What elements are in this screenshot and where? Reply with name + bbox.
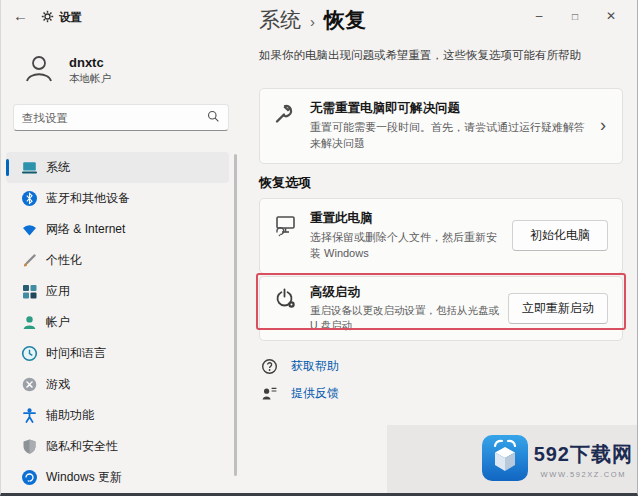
search-icon bbox=[207, 109, 220, 127]
sidebar-item-accounts[interactable]: 帐户 bbox=[6, 307, 229, 338]
reset-pc-icon bbox=[274, 213, 298, 237]
reset-pc-title: 重置此电脑 bbox=[310, 210, 504, 227]
sidebar-item-label: 游戏 bbox=[46, 376, 70, 393]
advanced-startup-card: 高级启动 重启设备以更改启动设置，包括从光盘或 U 盘启动 立即重新启动 bbox=[259, 276, 623, 341]
reset-pc-card: 重置此电脑 选择保留或删除个人文件，然后重新安装 Windows 初始化电脑 bbox=[259, 198, 623, 274]
reset-pc-description: 选择保留或删除个人文件，然后重新安装 Windows bbox=[310, 230, 504, 262]
privacy-icon bbox=[21, 438, 38, 455]
sidebar-item-personalization[interactable]: 个性化 bbox=[6, 245, 229, 276]
sidebar-item-privacy[interactable]: 隐私和安全性 bbox=[6, 431, 229, 462]
watermark: 592下载网 WWW.592XZ.COM bbox=[482, 435, 633, 485]
watermark-site-url: WWW.592XZ.COM bbox=[541, 470, 626, 479]
sidebar-item-label: 蓝牙和其他设备 bbox=[46, 190, 130, 207]
feedback-icon bbox=[261, 385, 278, 402]
sidebar-item-accessibility[interactable]: 辅助功能 bbox=[6, 400, 229, 431]
main-content: 系统 › 恢复 如果你的电脑出现问题或希望重置，这些恢复选项可能有所帮助 无需重… bbox=[259, 0, 625, 493]
troubleshoot-card[interactable]: 无需重置电脑即可解决问题 重置可能需要一段时间。首先，请尝试通过运行疑难解答来解… bbox=[259, 88, 623, 164]
advanced-startup-description: 重启设备以更改启动设置，包括从光盘或 U 盘启动 bbox=[310, 303, 500, 333]
search-input[interactable] bbox=[22, 112, 207, 124]
accounts-icon bbox=[21, 314, 38, 331]
sidebar-item-label: 系统 bbox=[46, 159, 70, 176]
reset-pc-button[interactable]: 初始化电脑 bbox=[512, 220, 608, 251]
windows-update-icon bbox=[21, 469, 38, 486]
bluetooth-icon bbox=[21, 190, 38, 207]
sidebar-item-label: 隐私和安全性 bbox=[46, 438, 118, 455]
sidebar-item-apps[interactable]: 应用 bbox=[6, 276, 229, 307]
breadcrumb-root[interactable]: 系统 bbox=[259, 6, 301, 34]
network-icon bbox=[21, 221, 38, 238]
restart-now-button[interactable]: 立即重新启动 bbox=[508, 293, 608, 324]
apps-icon bbox=[21, 283, 38, 300]
sidebar-item-label: 应用 bbox=[46, 283, 70, 300]
chevron-right-icon: › bbox=[600, 115, 608, 136]
get-help-label: 获取帮助 bbox=[291, 358, 339, 375]
breadcrumb: 系统 › 恢复 bbox=[259, 6, 366, 34]
accessibility-icon bbox=[21, 407, 38, 424]
sidebar-item-windows-update[interactable]: Windows 更新 bbox=[6, 462, 229, 493]
time-language-icon bbox=[21, 345, 38, 362]
advanced-startup-title: 高级启动 bbox=[310, 284, 500, 301]
sidebar-item-label: 辅助功能 bbox=[46, 407, 94, 424]
page-title: 恢复 bbox=[324, 6, 366, 34]
sidebar-item-gaming[interactable]: 游戏 bbox=[6, 369, 229, 400]
help-icon bbox=[261, 358, 278, 375]
app-title: 设置 bbox=[41, 10, 82, 25]
user-profile[interactable]: dnxtc 本地帐户 bbox=[21, 50, 111, 90]
section-header-recovery-options: 恢复选项 bbox=[259, 174, 311, 192]
troubleshoot-title: 无需重置电脑即可解决问题 bbox=[310, 100, 592, 117]
sidebar-item-network[interactable]: 网络 & Internet bbox=[6, 214, 229, 245]
app-title-label: 设置 bbox=[59, 10, 82, 25]
page-description: 如果你的电脑出现问题或希望重置，这些恢复选项可能有所帮助 bbox=[259, 48, 581, 63]
watermark-cube-logo-icon bbox=[482, 435, 528, 485]
give-feedback-link[interactable]: 提供反馈 bbox=[261, 385, 339, 402]
selected-indicator bbox=[6, 159, 9, 176]
system-icon bbox=[21, 159, 38, 176]
sidebar-scrollbar[interactable] bbox=[234, 154, 237, 476]
personalization-icon bbox=[21, 252, 38, 269]
user-account-type: 本地帐户 bbox=[69, 72, 111, 86]
give-feedback-label: 提供反馈 bbox=[291, 385, 339, 402]
breadcrumb-separator-icon: › bbox=[310, 13, 315, 30]
back-button[interactable]: ← bbox=[13, 7, 28, 24]
advanced-startup-icon bbox=[274, 287, 298, 311]
user-name: dnxtc bbox=[69, 55, 111, 70]
sidebar-nav: 系统 蓝牙和其他设备 网络 & Internet 个性化 bbox=[1, 152, 234, 493]
sidebar-item-system[interactable]: 系统 bbox=[6, 152, 229, 183]
avatar bbox=[21, 50, 57, 90]
gear-icon bbox=[41, 10, 54, 25]
sidebar-item-label: Windows 更新 bbox=[46, 469, 122, 486]
troubleshoot-description: 重置可能需要一段时间。首先，请尝试通过运行疑难解答来解决问题 bbox=[310, 120, 592, 152]
sidebar-item-bluetooth[interactable]: 蓝牙和其他设备 bbox=[6, 183, 229, 214]
search-box bbox=[13, 104, 229, 131]
sidebar: dnxtc 本地帐户 系统 蓝牙和其他设备 bbox=[1, 36, 241, 493]
gaming-icon bbox=[21, 376, 38, 393]
watermark-site-name: 592下载网 bbox=[534, 441, 633, 468]
sidebar-item-label: 网络 & Internet bbox=[46, 221, 125, 238]
get-help-link[interactable]: 获取帮助 bbox=[261, 358, 339, 375]
sidebar-item-label: 帐户 bbox=[46, 314, 70, 331]
sidebar-item-label: 个性化 bbox=[46, 252, 82, 269]
sidebar-item-time-language[interactable]: 时间和语言 bbox=[6, 338, 229, 369]
sidebar-item-label: 时间和语言 bbox=[46, 345, 106, 362]
wrench-icon bbox=[274, 103, 298, 125]
settings-window: ← 设置 – □ ✕ dnxtc 本地帐户 bbox=[0, 0, 638, 496]
